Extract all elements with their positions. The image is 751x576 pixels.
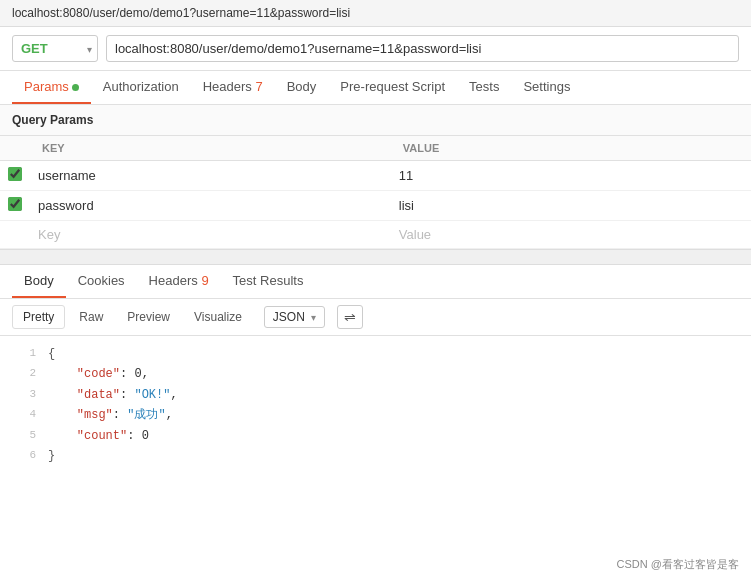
row1-checkbox-cell (0, 161, 30, 191)
row2-key: password (30, 191, 391, 221)
top-url-text: localhost:8080/user/demo/demo1?username=… (12, 6, 350, 20)
table-row-placeholder: Key Value (0, 221, 751, 249)
placeholder-key: Key (30, 221, 391, 249)
code-line-5: 5 "count": 0 (0, 426, 751, 446)
tab-prerequest[interactable]: Pre-request Script (328, 71, 457, 104)
col-checkbox (0, 136, 30, 161)
code-area: 1 { 2 "code": 0, 3 "data": "OK!", 4 "msg… (0, 336, 751, 474)
json-format-select[interactable]: JSON (264, 306, 325, 328)
section-divider (0, 249, 751, 265)
params-dot (72, 84, 79, 91)
col-key: KEY (30, 136, 391, 161)
response-tab-headers[interactable]: Headers 9 (137, 265, 221, 298)
code-line-4: 4 "msg": "成功", (0, 405, 751, 425)
url-input[interactable] (106, 35, 739, 62)
row2-checkbox[interactable] (8, 197, 22, 211)
tab-params[interactable]: Params (12, 71, 91, 104)
query-params-label: Query Params (0, 105, 751, 136)
format-tab-pretty[interactable]: Pretty (12, 305, 65, 329)
params-table: KEY VALUE username 11 password (0, 136, 751, 249)
table-row: username 11 (0, 161, 751, 191)
top-url-bar: localhost:8080/user/demo/demo1?username=… (0, 0, 751, 27)
response-tab-body[interactable]: Body (12, 265, 66, 298)
request-tabs-row: Params Authorization Headers 7 Body Pre-… (0, 71, 751, 105)
row1-key: username (30, 161, 391, 191)
method-select[interactable]: GET POST PUT DELETE PATCH (12, 35, 98, 62)
tab-body[interactable]: Body (275, 71, 329, 104)
placeholder-checkbox-cell (0, 221, 30, 249)
code-line-1: 1 { (0, 344, 751, 364)
wrap-icon[interactable]: ⇌ (337, 305, 363, 329)
format-tab-visualize[interactable]: Visualize (184, 306, 252, 328)
placeholder-value: Value (391, 221, 751, 249)
response-tabs-row: Body Cookies Headers 9 Test Results (0, 265, 751, 299)
response-tab-cookies[interactable]: Cookies (66, 265, 137, 298)
method-wrapper: GET POST PUT DELETE PATCH (12, 35, 98, 62)
code-line-6: 6 } (0, 446, 751, 466)
tab-authorization[interactable]: Authorization (91, 71, 191, 104)
tab-settings[interactable]: Settings (511, 71, 582, 104)
code-line-3: 3 "data": "OK!", (0, 385, 751, 405)
code-line-2: 2 "code": 0, (0, 364, 751, 384)
row1-checkbox[interactable] (8, 167, 22, 181)
row2-value: lisi (391, 191, 751, 221)
row2-checkbox-cell (0, 191, 30, 221)
tab-tests[interactable]: Tests (457, 71, 511, 104)
request-row: GET POST PUT DELETE PATCH (0, 27, 751, 71)
table-row: password lisi (0, 191, 751, 221)
row1-value: 11 (391, 161, 751, 191)
response-tab-testresults[interactable]: Test Results (221, 265, 316, 298)
format-tab-raw[interactable]: Raw (69, 306, 113, 328)
format-row: Pretty Raw Preview Visualize JSON ⇌ (0, 299, 751, 336)
tab-headers[interactable]: Headers 7 (191, 71, 275, 104)
format-tab-preview[interactable]: Preview (117, 306, 180, 328)
col-value: VALUE (391, 136, 751, 161)
